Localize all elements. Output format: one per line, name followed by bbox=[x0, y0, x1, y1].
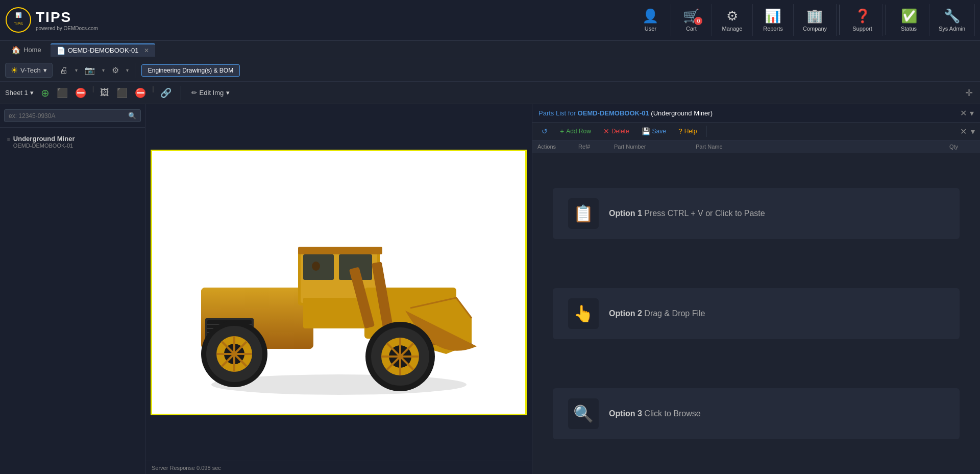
nav-item-user[interactable]: 👤 User bbox=[630, 4, 671, 36]
logo-tips: TIPS bbox=[36, 9, 98, 26]
nav-item-support[interactable]: ❓ Support bbox=[842, 4, 883, 36]
right-panel-x-button[interactable]: ✕ bbox=[960, 127, 967, 136]
tab-demobook[interactable]: 📄 OEMD-DEMOBOOK-01 ✕ bbox=[51, 43, 156, 57]
sysadmin-icon: 🔧 bbox=[944, 8, 960, 24]
option3-upload[interactable]: 🔍 Option 3 Click to Browse bbox=[553, 388, 960, 439]
nav-item-status[interactable]: ✅ Status bbox=[889, 4, 929, 36]
user-icon: 👤 bbox=[642, 8, 658, 24]
search-icon[interactable]: 🔍 bbox=[128, 112, 136, 120]
option3-text: Option 3 Click to Browse bbox=[609, 409, 701, 418]
table-header: Actions Ref# Part Number Part Name Qty bbox=[532, 140, 980, 153]
support-icon: ❓ bbox=[854, 8, 871, 24]
tab-doc-icon: 📄 bbox=[57, 46, 65, 55]
sheet-icons: ⊕ ⬛ ⛔ | 🖼 ⬛ ⛔ | 🔗 bbox=[38, 85, 175, 101]
print-button[interactable]: 🖨 bbox=[57, 64, 71, 77]
manage-icon: ⚙ bbox=[726, 8, 738, 24]
help-icon: ? bbox=[678, 127, 682, 135]
option2-label: Option 2 bbox=[609, 309, 644, 318]
logo-area: 📊 TIPS TIPS powered by OEMDocs.com bbox=[5, 7, 98, 33]
tree-item-content: Underground Miner OEMD-DEMOBOOK-01 bbox=[13, 135, 75, 149]
toolbar-separator: | bbox=[92, 85, 94, 101]
add-row-label: Add Row bbox=[566, 128, 591, 135]
nav-divider bbox=[839, 5, 840, 35]
add-icon: + bbox=[560, 127, 564, 135]
camera-chevron-icon: ▾ bbox=[102, 67, 105, 73]
add-row-button[interactable]: + Add Row bbox=[556, 126, 595, 137]
image-btn[interactable]: 🖼 bbox=[97, 85, 112, 101]
refresh-button[interactable]: ↺ bbox=[537, 126, 552, 137]
nav-label-manage: Manage bbox=[722, 26, 743, 32]
nav-item-company[interactable]: 🏢 Company bbox=[794, 4, 837, 36]
right-panel-minimize-button[interactable]: ▾ bbox=[970, 108, 974, 118]
nav-divider-2 bbox=[886, 5, 886, 35]
vehicle-illustration bbox=[160, 160, 518, 405]
tree-area: ≡ Underground Miner OEMD-DEMOBOOK-01 bbox=[0, 128, 145, 156]
edit-img-label: Edit Img bbox=[200, 89, 224, 97]
tab-home-label: Home bbox=[23, 46, 41, 54]
toolbar-separator-2: | bbox=[152, 85, 154, 101]
server-response: Server Response 0.098 sec bbox=[152, 465, 221, 471]
parts-list-book: OEMD-DEMOBOOK-01 bbox=[578, 109, 649, 117]
option1-desc: Press CTRL + V or Click to Paste bbox=[644, 209, 765, 218]
nav-label-support: Support bbox=[852, 26, 872, 32]
img-green-btn[interactable]: ⬛ bbox=[113, 85, 131, 101]
right-panel: Parts List for OEMD-DEMOBOOK-01 (Undergr… bbox=[532, 104, 980, 474]
refresh-icon: ↺ bbox=[542, 127, 548, 135]
logo-sub: powered by OEMDocs.com bbox=[36, 26, 98, 31]
option2-text: Option 2 Drag & Drop File bbox=[609, 309, 705, 318]
svg-rect-18 bbox=[298, 247, 382, 254]
save-icon: 💾 bbox=[642, 127, 650, 135]
parts-list-title: Parts List for OEMD-DEMOBOOK-01 (Undergr… bbox=[538, 109, 713, 117]
sheet-label: Sheet 1 bbox=[5, 89, 28, 97]
sheet-green-icon[interactable]: ⬛ bbox=[54, 85, 71, 101]
delete-button[interactable]: ✕ Delete bbox=[599, 126, 633, 137]
add-sheet-button[interactable]: ⊕ bbox=[38, 85, 53, 101]
main-area: 🔍 ≡ Underground Miner OEMD-DEMOBOOK-01 bbox=[0, 104, 980, 474]
delete-label: Delete bbox=[611, 128, 629, 135]
camera-button[interactable]: 📷 bbox=[82, 63, 98, 77]
home-icon: 🏠 bbox=[11, 45, 21, 55]
search-input[interactable] bbox=[9, 112, 128, 120]
nav-label-status: Status bbox=[901, 26, 917, 32]
img-red-btn[interactable]: ⛔ bbox=[132, 85, 149, 101]
nav-item-reports[interactable]: 📊 Reports bbox=[753, 4, 794, 36]
tab-close-button[interactable]: ✕ bbox=[144, 47, 149, 54]
link-btn[interactable]: 🔗 bbox=[157, 85, 175, 101]
status-bar: Server Response 0.098 sec bbox=[145, 461, 532, 474]
tree-item-underground-miner[interactable]: ≡ Underground Miner OEMD-DEMOBOOK-01 bbox=[4, 133, 141, 151]
option2-upload[interactable]: 👆 Option 2 Drag & Drop File bbox=[553, 288, 960, 339]
right-panel-body: 📋 Option 1 Press CTRL + V or Click to Pa… bbox=[532, 153, 980, 474]
image-frame bbox=[151, 150, 527, 415]
right-panel-close-button[interactable]: ✕ bbox=[960, 108, 967, 118]
parts-list-name: (Underground Miner) bbox=[651, 109, 713, 117]
parts-list-prefix: Parts List for bbox=[538, 109, 576, 117]
crosshair-button[interactable]: ✛ bbox=[963, 85, 975, 101]
sheet-selector[interactable]: Sheet 1 ▾ bbox=[5, 89, 34, 97]
nav-label-reports: Reports bbox=[763, 26, 783, 32]
nav-item-sysadmin[interactable]: 🔧 Sys Admin bbox=[929, 4, 975, 36]
edit-img-button[interactable]: ✏ Edit Img ▾ bbox=[187, 87, 234, 99]
right-panel-toolbar: ↺ + Add Row ✕ Delete 💾 Save ? Help bbox=[532, 123, 980, 140]
nav-item-manage[interactable]: ⚙ Manage bbox=[712, 4, 753, 36]
tab-home[interactable]: 🏠 Home bbox=[4, 43, 48, 57]
top-nav: 📊 TIPS TIPS powered by OEMDocs.com 👤 Use… bbox=[0, 0, 980, 41]
nav-item-cart[interactable]: 🛒 0 Cart bbox=[671, 4, 712, 36]
option3-desc: Click to Browse bbox=[644, 409, 700, 418]
right-panel-separator bbox=[706, 126, 706, 137]
save-label: Save bbox=[652, 128, 666, 135]
sheet-red-stop[interactable]: ⛔ bbox=[72, 85, 89, 101]
save-button[interactable]: 💾 Save bbox=[638, 126, 670, 137]
edit-img-chevron-icon: ▾ bbox=[226, 89, 230, 97]
option1-upload[interactable]: 📋 Option 1 Press CTRL + V or Click to Pa… bbox=[553, 188, 960, 239]
settings-button[interactable]: ⚙ bbox=[109, 63, 122, 77]
search-box: 🔍 bbox=[0, 104, 145, 128]
left-sidebar: 🔍 ≡ Underground Miner OEMD-DEMOBOOK-01 bbox=[0, 104, 145, 474]
right-panel-chevron-button[interactable]: ▾ bbox=[971, 127, 975, 136]
svg-point-0 bbox=[6, 8, 31, 32]
vtech-button[interactable]: ☀ V-Tech ▾ bbox=[5, 63, 53, 78]
tabs-bar: 🏠 Home 📄 OEMD-DEMOBOOK-01 ✕ bbox=[0, 41, 980, 59]
help-button[interactable]: ? Help bbox=[674, 126, 701, 137]
engineering-tab[interactable]: Engineering Drawing(s) & BOM bbox=[141, 64, 240, 77]
tree-item-label: Underground Miner bbox=[13, 135, 75, 143]
nav-label-cart: Cart bbox=[686, 26, 697, 32]
